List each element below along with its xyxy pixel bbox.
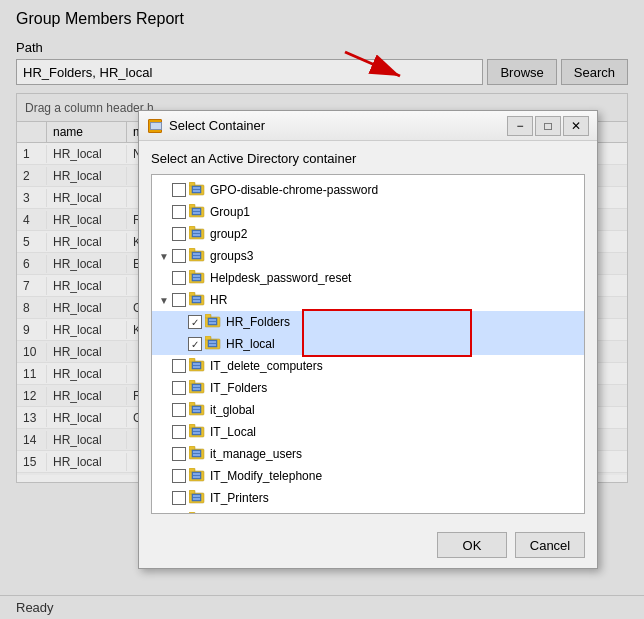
tree-item-label: Group1 bbox=[210, 205, 250, 219]
tree-checkbox[interactable] bbox=[172, 513, 186, 514]
tree-item-label: GPO-disable-chrome-password bbox=[210, 183, 378, 197]
svg-rect-60 bbox=[193, 429, 200, 431]
tree-node-icon bbox=[189, 446, 207, 462]
tree-item-label: HR bbox=[210, 293, 227, 307]
dialog-minimize-button[interactable]: − bbox=[507, 116, 533, 136]
tree-item-hr-folders[interactable]: ✓ HR_Folders bbox=[152, 311, 584, 333]
dialog-close-button[interactable]: ✕ bbox=[563, 116, 589, 136]
svg-rect-26 bbox=[193, 278, 200, 280]
tree-item-label: HR_local bbox=[226, 337, 275, 351]
tree-item-it-modify[interactable]: IT_Modify_telephone bbox=[152, 465, 584, 487]
tree-checkbox[interactable] bbox=[172, 359, 186, 373]
tree-checkbox[interactable]: ✓ bbox=[188, 315, 202, 329]
tree-node-icon bbox=[189, 468, 207, 484]
dialog-footer: OK Cancel bbox=[139, 524, 597, 568]
svg-rect-56 bbox=[193, 410, 200, 412]
ok-button[interactable]: OK bbox=[437, 532, 507, 558]
tree-checkbox[interactable] bbox=[172, 403, 186, 417]
tree-item-it-folders[interactable]: IT_Folders bbox=[152, 377, 584, 399]
tree-item-it-manage[interactable]: it_manage_users bbox=[152, 443, 584, 465]
tree-item-label: IT_Local bbox=[210, 425, 256, 439]
svg-rect-70 bbox=[193, 473, 200, 475]
svg-rect-48 bbox=[189, 380, 195, 384]
tree-checkbox[interactable] bbox=[172, 271, 186, 285]
svg-rect-13 bbox=[189, 226, 195, 230]
tree-expand-icon[interactable] bbox=[156, 512, 172, 514]
tree-item-hr[interactable]: ▼ HR bbox=[152, 289, 584, 311]
tree-expand-icon[interactable] bbox=[156, 468, 172, 484]
svg-rect-11 bbox=[193, 212, 200, 214]
tree-item-label: it_srv_admins bbox=[210, 513, 284, 514]
tree-checkbox[interactable] bbox=[172, 293, 186, 307]
tree-expand-icon[interactable] bbox=[156, 424, 172, 440]
tree-expand-icon[interactable] bbox=[156, 446, 172, 462]
tree-checkbox[interactable] bbox=[172, 447, 186, 461]
tree-node-icon bbox=[189, 512, 207, 514]
tree-item-hr-local[interactable]: ✓ HR_local bbox=[152, 333, 584, 355]
tree-item-it-global[interactable]: it_global bbox=[152, 399, 584, 421]
svg-rect-66 bbox=[193, 454, 200, 456]
tree-node-icon bbox=[189, 248, 207, 264]
svg-rect-10 bbox=[193, 209, 200, 211]
tree-node-icon bbox=[189, 380, 207, 396]
svg-rect-35 bbox=[209, 319, 216, 321]
tree-checkbox[interactable] bbox=[172, 183, 186, 197]
svg-rect-73 bbox=[189, 490, 195, 494]
tree-expand-icon[interactable] bbox=[156, 358, 172, 374]
tree-node-icon bbox=[189, 226, 207, 242]
tree-item-it-printers[interactable]: IT_Printers bbox=[152, 487, 584, 509]
dialog-title: Select Container bbox=[169, 118, 507, 133]
tree-node-icon bbox=[189, 490, 207, 506]
tree-expand-icon[interactable]: ▼ bbox=[156, 248, 172, 264]
svg-rect-41 bbox=[209, 344, 216, 346]
tree-checkbox[interactable]: ✓ bbox=[188, 337, 202, 351]
tree-item-label: it_global bbox=[210, 403, 255, 417]
tree-item-it-srv[interactable]: it_srv_admins bbox=[152, 509, 584, 514]
tree-item-groups3[interactable]: ▼ groups3 bbox=[152, 245, 584, 267]
tree-node-icon bbox=[205, 314, 223, 330]
tree-expand-icon[interactable] bbox=[172, 336, 188, 352]
svg-rect-71 bbox=[193, 476, 200, 478]
tree-item-helpdesk[interactable]: Helpdesk_password_reset bbox=[152, 267, 584, 289]
dialog-body: Select an Active Directory container GPO… bbox=[139, 141, 597, 524]
tree-node-icon bbox=[189, 402, 207, 418]
svg-rect-31 bbox=[193, 300, 200, 302]
dialog-titlebar: Select Container − □ ✕ bbox=[139, 111, 597, 141]
tree-expand-icon[interactable] bbox=[156, 402, 172, 418]
svg-rect-40 bbox=[209, 341, 216, 343]
tree-item-it-local[interactable]: IT_Local bbox=[152, 421, 584, 443]
tree-item-gpo-disable[interactable]: GPO-disable-chrome-password bbox=[152, 179, 584, 201]
svg-rect-38 bbox=[205, 336, 211, 340]
tree-checkbox[interactable] bbox=[172, 227, 186, 241]
tree-expand-icon[interactable] bbox=[156, 270, 172, 286]
tree-expand-icon[interactable] bbox=[156, 226, 172, 242]
tree-checkbox[interactable] bbox=[172, 249, 186, 263]
dialog-maximize-button[interactable]: □ bbox=[535, 116, 561, 136]
tree-checkbox[interactable] bbox=[172, 205, 186, 219]
tree-checkbox[interactable] bbox=[172, 469, 186, 483]
tree-expand-icon[interactable] bbox=[156, 204, 172, 220]
tree-item-label: Helpdesk_password_reset bbox=[210, 271, 351, 285]
cancel-button[interactable]: Cancel bbox=[515, 532, 585, 558]
tree-checkbox[interactable] bbox=[172, 491, 186, 505]
svg-rect-16 bbox=[193, 234, 200, 236]
svg-rect-43 bbox=[189, 358, 195, 362]
dialog-icon bbox=[147, 118, 163, 134]
tree-item-it-delete[interactable]: IT_delete_computers bbox=[152, 355, 584, 377]
tree-item-group1[interactable]: Group1 bbox=[152, 201, 584, 223]
tree-item-group2[interactable]: group2 bbox=[152, 223, 584, 245]
svg-rect-18 bbox=[189, 248, 195, 252]
dialog-subtitle: Select an Active Directory container bbox=[151, 151, 585, 166]
tree-container[interactable]: GPO-disable-chrome-password Group1 group… bbox=[151, 174, 585, 514]
tree-expand-icon[interactable] bbox=[172, 314, 188, 330]
svg-rect-23 bbox=[189, 270, 195, 274]
tree-expand-icon[interactable]: ▼ bbox=[156, 292, 172, 308]
tree-expand-icon[interactable] bbox=[156, 380, 172, 396]
tree-expand-icon[interactable] bbox=[156, 490, 172, 506]
svg-rect-55 bbox=[193, 407, 200, 409]
svg-rect-33 bbox=[205, 314, 211, 318]
tree-checkbox[interactable] bbox=[172, 381, 186, 395]
tree-expand-icon[interactable] bbox=[156, 182, 172, 198]
tree-item-label: it_manage_users bbox=[210, 447, 302, 461]
tree-checkbox[interactable] bbox=[172, 425, 186, 439]
